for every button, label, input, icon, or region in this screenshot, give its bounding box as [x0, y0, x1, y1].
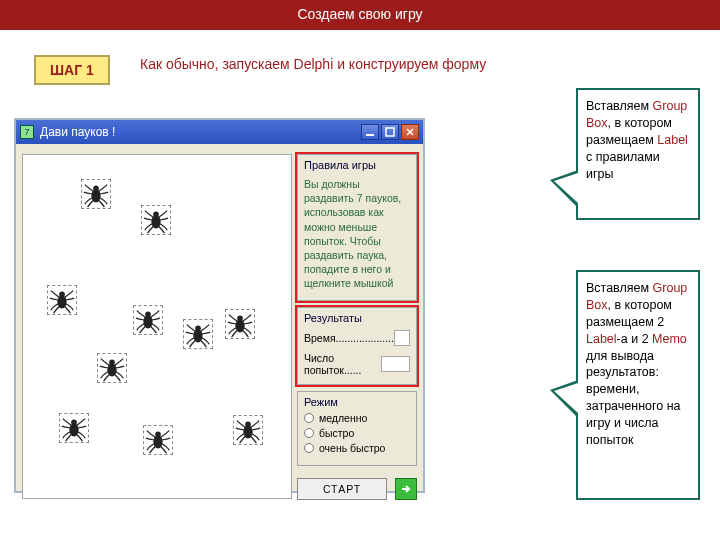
mode-groupbox: Режим медленно быстро очень быстро	[297, 391, 417, 466]
rules-groupbox: Правила игры Вы должны раздавить 7 пауко…	[297, 154, 417, 301]
svg-point-7	[93, 186, 99, 192]
radio-icon	[304, 443, 314, 453]
svg-point-23	[155, 432, 161, 438]
callout-tail-icon	[550, 170, 578, 208]
step-intro: Как обычно, запускаем Delphi и конструир…	[140, 56, 486, 72]
mode-group-title: Режим	[304, 396, 410, 408]
svg-point-11	[59, 292, 65, 298]
spider-image[interactable]	[233, 415, 263, 445]
play-area[interactable]	[22, 154, 292, 499]
callout-rules: Вставляем Group Box, в котором размещаем…	[576, 88, 700, 220]
svg-point-19	[109, 360, 115, 366]
titlebar: 7 Дави пауков !	[16, 120, 423, 144]
side-panel: Правила игры Вы должны раздавить 7 пауко…	[297, 154, 417, 500]
spider-image[interactable]	[59, 413, 89, 443]
mode-option-very-fast[interactable]: очень быстро	[304, 442, 410, 454]
start-button[interactable]: СТАРТ	[297, 478, 387, 500]
results-group-title: Результаты	[304, 312, 410, 324]
go-button[interactable]	[395, 478, 417, 500]
radio-icon	[304, 428, 314, 438]
svg-point-15	[195, 326, 201, 332]
step-badge: ШАГ 1	[34, 55, 110, 85]
spider-image[interactable]	[225, 309, 255, 339]
radio-icon	[304, 413, 314, 423]
svg-point-9	[153, 212, 159, 218]
spider-image[interactable]	[81, 179, 111, 209]
mode-option-slow[interactable]: медленно	[304, 412, 410, 424]
time-memo[interactable]	[394, 330, 410, 346]
page-header: Создаем свою игру	[0, 0, 720, 30]
spider-image[interactable]	[47, 285, 77, 315]
rules-group-title: Правила игры	[304, 159, 410, 171]
callout-tail-icon	[550, 380, 578, 418]
rules-label: Вы должны раздавить 7 пауков, использова…	[304, 175, 410, 292]
maximize-button[interactable]	[381, 124, 399, 140]
tries-label: Число попыток......	[304, 352, 381, 376]
spider-image[interactable]	[183, 319, 213, 349]
minimize-button[interactable]	[361, 124, 379, 140]
spider-image[interactable]	[141, 205, 171, 235]
client-area: Правила игры Вы должны раздавить 7 пауко…	[16, 144, 423, 491]
svg-point-25	[245, 422, 251, 428]
window-title: Дави пауков !	[40, 125, 361, 139]
page-title: Создаем свою игру	[297, 6, 422, 22]
close-button[interactable]	[401, 124, 419, 140]
window-buttons	[361, 124, 419, 140]
delphi-form-window: 7 Дави пауков ! Правила игры Вы должны р…	[14, 118, 425, 493]
svg-point-21	[71, 420, 77, 426]
svg-rect-0	[366, 134, 374, 136]
app-icon: 7	[20, 125, 34, 139]
spider-image[interactable]	[97, 353, 127, 383]
time-label: Время....................	[304, 332, 394, 344]
svg-rect-1	[386, 128, 394, 136]
mode-option-fast[interactable]: быстро	[304, 427, 410, 439]
results-groupbox: Результаты Время.................... Чис…	[297, 307, 417, 385]
spider-image[interactable]	[133, 305, 163, 335]
callout-results: Вставляем Group Box, в котором размещаем…	[576, 270, 700, 500]
tries-memo[interactable]	[381, 356, 410, 372]
svg-point-13	[145, 312, 151, 318]
spider-image[interactable]	[143, 425, 173, 455]
svg-point-17	[237, 316, 243, 322]
bottom-buttons: СТАРТ	[297, 478, 417, 500]
